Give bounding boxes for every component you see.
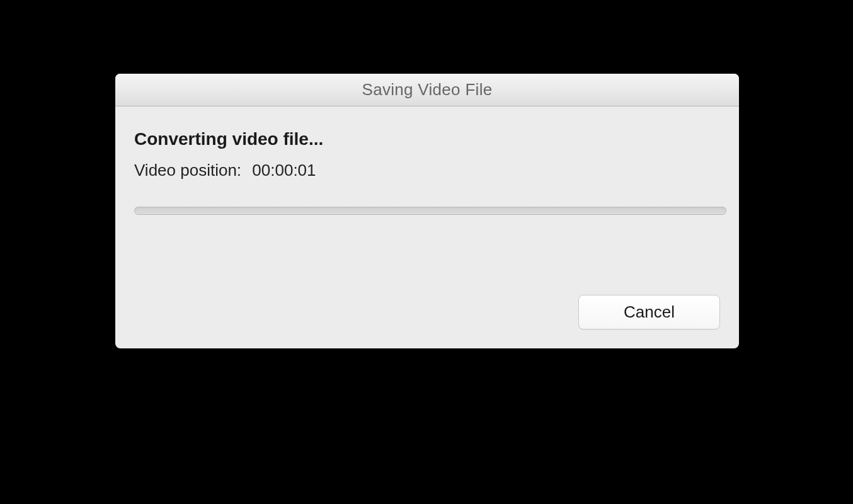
video-position-label: Video position: xyxy=(134,161,241,180)
dialog-titlebar: Saving Video File xyxy=(115,74,739,106)
video-position-row: Video position: 00:00:01 xyxy=(134,161,720,180)
cancel-button[interactable]: Cancel xyxy=(578,295,720,329)
saving-video-dialog: Saving Video File Converting video file.… xyxy=(115,74,739,348)
button-row: Cancel xyxy=(578,295,720,329)
progress-bar xyxy=(134,207,726,215)
dialog-content: Converting video file... Video position:… xyxy=(115,106,739,215)
dialog-title: Saving Video File xyxy=(362,80,493,100)
status-heading: Converting video file... xyxy=(134,129,720,149)
video-position-value: 00:00:01 xyxy=(252,161,316,180)
